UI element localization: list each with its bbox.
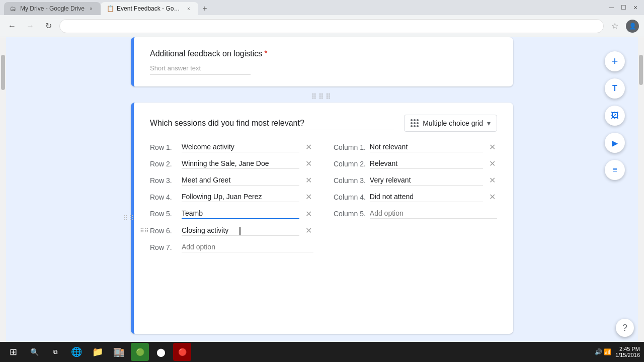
edge-icon: 🌐 [71,346,82,357]
forms-favicon: 📋 [107,5,114,12]
address-bar[interactable] [59,19,604,33]
card-sessions: ⠿⠿ Multiple choice grid [131,103,513,334]
new-tab-button[interactable]: + [198,2,211,15]
add-question-button[interactable]: + [605,51,625,71]
store-icon: 🏬 [113,346,124,357]
tray-icons: 🔊 📶 [595,348,611,355]
right-scroll-thumb[interactable] [639,55,643,85]
col-4-close-icon[interactable]: ✕ [487,192,497,202]
system-tray: 🔊 📶 2:45 PM 1/15/2016 [595,346,640,358]
row-3-input[interactable] [182,175,299,186]
left-scroll-thumb[interactable] [1,55,5,90]
tab-drive[interactable]: 🗂 My Drive - Google Drive × [4,2,101,15]
task-view-icon: ⧉ [53,348,58,355]
task-view-button[interactable]: ⧉ [46,343,64,361]
folder-icon: 📁 [92,346,103,357]
refresh-button[interactable]: ↻ [41,19,55,33]
col-5-input[interactable] [370,208,497,219]
question-type-selector[interactable]: Multiple choice grid ▾ [404,115,497,132]
windows-logo-icon: ⊞ [10,346,17,357]
chrome-button[interactable]: ⬤ [152,343,170,361]
store-button[interactable]: 🏬 [110,343,128,361]
row-5: Row 5. ✕ [150,208,313,219]
row-1-input[interactable] [182,142,299,152]
back-button[interactable]: ← [5,19,19,33]
red-app-icon: 🔴 [178,348,187,356]
col-5: Column 5. [334,208,497,219]
tab-forms-label: Event Feedback - Google... [117,5,182,12]
right-sidebar: + T 🖼 ▶ ≡ [601,47,629,188]
add-video-button[interactable]: ▶ [605,133,625,153]
drag-handle-top[interactable]: ⠿⠿⠿ [131,90,513,103]
cortana-search[interactable]: 🔍 [25,343,43,361]
col-3-label: Column 3. [334,176,366,185]
bookmark-button[interactable]: ☆ [608,19,622,33]
tab-forms[interactable]: 📋 Event Feedback - Google... × [101,2,198,15]
red-app-button[interactable]: 🔴 [173,343,191,361]
time-display: 2:45 PM [615,346,640,352]
col-1-close-icon[interactable]: ✕ [487,142,497,152]
green-app-button[interactable]: 🟢 [131,343,149,361]
add-video-icon: ▶ [612,138,618,148]
left-drag-handle[interactable]: ⠿⠿ [123,214,135,222]
taskbar: ⊞ 🔍 ⧉ 🌐 📁 🏬 🟢 ⬤ 🔴 🔊 📶 2:45 PM [0,342,644,362]
row-1-label: Row 1. [150,143,178,151]
row-2-close-icon[interactable]: ✕ [303,159,313,169]
maximize-button[interactable]: ☐ [619,3,628,12]
profile-button[interactable]: 👤 [626,20,639,33]
col-3-close-icon[interactable]: ✕ [487,175,497,186]
forward-button[interactable]: → [23,19,37,33]
add-section-icon: ≡ [612,165,617,174]
card-logistics: Additional feedback on logistics* [131,37,513,86]
add-image-button[interactable]: 🖼 [605,106,625,126]
row-7-input[interactable] [182,242,313,252]
row-1-close-icon[interactable]: ✕ [303,142,313,152]
add-section-button[interactable]: ≡ [605,160,625,180]
col-3-input[interactable] [370,175,483,186]
browser-frame: 🗂 My Drive - Google Drive × 📋 Event Feed… [0,0,644,362]
row-3-close-icon[interactable]: ✕ [303,175,313,186]
short-answer-input[interactable] [150,62,251,74]
row-4: Row 4. ✕ [150,192,313,202]
row-5-label: Row 5. [150,210,178,218]
col-3: Column 3. ✕ [334,175,497,186]
tab-forms-close[interactable]: × [185,5,192,12]
add-title-button[interactable]: T [605,78,625,99]
tab-drive-close[interactable]: × [88,5,95,12]
add-image-icon: 🖼 [611,111,619,120]
clock: 2:45 PM 1/15/2016 [615,346,640,358]
card2-wrapper: ⠿⠿⠿ ⠿⠿ [131,90,513,334]
minimize-button[interactable]: ─ [607,3,616,12]
row-6-drag-handle[interactable]: ⠿⠿ [140,227,149,234]
row-6: ⠿⠿ Row 6. ✕ [150,225,313,236]
col-4-input[interactable] [370,192,483,202]
row-6-input[interactable] [182,225,299,236]
tabs-container: 🗂 My Drive - Google Drive × 📋 Event Feed… [4,0,211,15]
cols-section: Column 1. ✕ Column 2. ✕ [334,142,497,258]
row-2-input[interactable] [182,158,299,169]
close-window-button[interactable]: × [631,3,640,12]
chrome-icon: ⬤ [156,347,166,357]
col-2: Column 2. ✕ [334,158,497,169]
help-button[interactable]: ? [616,319,634,337]
row-4-close-icon[interactable]: ✕ [303,192,313,202]
explorer-button[interactable]: 📁 [89,343,107,361]
col-2-input[interactable] [370,158,483,169]
row-5-close-icon[interactable]: ✕ [303,209,313,219]
date-display: 1/15/2016 [615,352,640,358]
col-2-label: Column 2. [334,160,366,168]
start-button[interactable]: ⊞ [4,343,22,361]
row-5-input[interactable] [182,208,299,219]
row-3: Row 3. ✕ [150,175,313,186]
col-1-input[interactable] [370,142,483,152]
edge-button[interactable]: 🌐 [67,343,86,361]
tab-drive-label: My Drive - Google Drive [20,5,85,12]
col-4: Column 4. ✕ [334,192,497,202]
profile-icon: 👤 [629,23,636,30]
question-text-input[interactable] [150,117,394,130]
required-star: * [264,49,267,58]
add-question-icon: + [612,56,618,67]
row-6-close-icon[interactable]: ✕ [303,226,313,236]
col-2-close-icon[interactable]: ✕ [487,159,497,169]
row-4-input[interactable] [182,192,299,202]
